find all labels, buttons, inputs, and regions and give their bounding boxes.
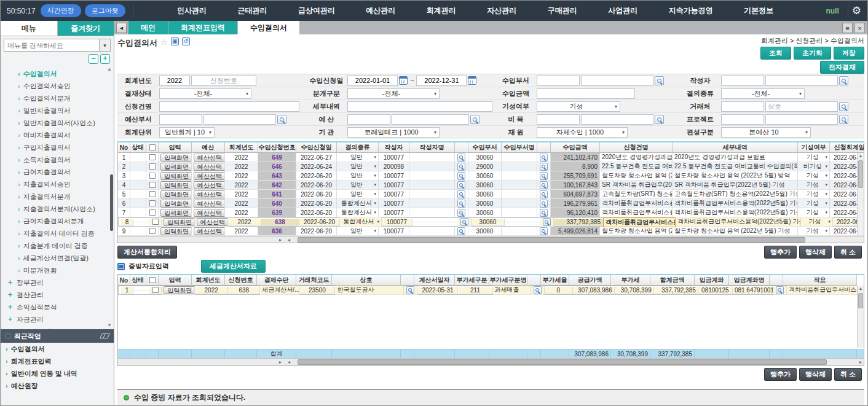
g1-row-checkbox[interactable] — [149, 191, 156, 197]
g1-cell-decision[interactable]: 일반▾ — [337, 181, 379, 190]
search-icon[interactable] — [277, 115, 286, 124]
search-icon[interactable] — [457, 181, 465, 189]
g1-cell-completion[interactable]: 기성▾ — [798, 171, 830, 181]
g1-row-1[interactable]: 1입력화면예산선택20226492022-06-27일반▾10007730060… — [118, 153, 864, 162]
search-icon[interactable] — [540, 163, 548, 171]
request-no-input[interactable] — [191, 76, 256, 86]
g1-cell-completion[interactable]: 기성▾ — [798, 181, 830, 190]
org-select[interactable]: 코레일테크 | 1000▾ — [347, 127, 440, 138]
date-from-input[interactable] — [347, 76, 398, 86]
expand-all-button[interactable]: + — [100, 54, 110, 64]
writer-name-input[interactable] — [765, 76, 838, 86]
search-icon[interactable] — [540, 172, 548, 180]
topnav-item[interactable]: 자산관리 — [487, 6, 516, 16]
g1-budget-button[interactable]: 예산선택 — [194, 172, 225, 180]
g1-cell-decision[interactable]: 일반▾ — [337, 190, 379, 199]
vertical-scrollbar[interactable]: ▲ — [857, 153, 864, 235]
g1-input-button[interactable]: 입력화면 — [160, 227, 192, 235]
tab-menu[interactable]: 메뉴 — [1, 21, 58, 36]
recent-item[interactable]: ›회계전표입력 — [1, 355, 114, 367]
search-icon[interactable] — [540, 209, 548, 217]
tab-favorites[interactable]: 즐겨찾기 — [58, 21, 114, 36]
vendor-name-input[interactable] — [765, 101, 838, 112]
sidebar-item[interactable]: ›미분개현황 — [1, 264, 114, 276]
horizontal-scrollbar[interactable]: ▸ ◂ — [118, 236, 864, 243]
search-icon[interactable] — [540, 200, 548, 208]
search-icon[interactable] — [655, 115, 664, 124]
topnav-item[interactable]: 급상여관리 — [298, 6, 335, 16]
sidebar-item[interactable]: ›급여지출결의서 — [1, 166, 114, 178]
date-to-input[interactable] — [416, 76, 467, 86]
g1-budget-button[interactable]: 예산선택 — [197, 218, 228, 226]
sidebar-item[interactable]: ›구입지출결의서 — [1, 141, 114, 154]
sidebar-scrollbar[interactable] — [110, 174, 113, 231]
search-icon[interactable] — [406, 286, 414, 294]
search-icon[interactable] — [457, 190, 465, 198]
topnav-item[interactable]: 지속가능경영 — [669, 6, 713, 16]
g1-row-checkbox[interactable] — [149, 228, 156, 234]
g1-cell-completion[interactable]: 기성▾ — [798, 153, 830, 162]
g1-cell-completion[interactable]: 기성▾ — [801, 217, 833, 227]
g1-row-checkbox[interactable] — [149, 182, 156, 188]
calendar-icon[interactable] — [399, 76, 408, 85]
delete-row-button[interactable]: 행삭제 — [799, 368, 832, 381]
g1-cell-completion[interactable]: 비기성▾ — [798, 162, 830, 171]
scroll-right-icon[interactable]: ▸ — [279, 359, 282, 365]
budget-name-input[interactable] — [392, 114, 469, 125]
g1-input-button[interactable]: 입력화면 — [160, 163, 192, 171]
g1-row-7[interactable]: 7입력화면예산선택20226392022-06-20통합계산서▾10007730… — [118, 208, 864, 217]
scroll-up-icon[interactable]: ▲ — [107, 66, 112, 72]
cancel-button[interactable]: 취 소 — [834, 246, 862, 259]
g1-cell-decision[interactable]: 일반▾ — [337, 153, 379, 162]
favorite-star-icon[interactable]: ☆ — [160, 37, 168, 47]
invoice-merge-button[interactable]: 계산서통합처리 — [117, 246, 177, 259]
sidebar-item[interactable]: ›급여지출결의서분개 — [1, 215, 114, 227]
add-row-button[interactable]: 행추가 — [764, 246, 797, 259]
scroll-down-icon[interactable]: ▼ — [107, 322, 112, 328]
search-icon[interactable] — [540, 227, 548, 235]
search-icon[interactable] — [457, 163, 465, 171]
g1-cell-decision[interactable]: 통합계산서▾ — [340, 217, 382, 227]
reset-button[interactable]: 초기화 — [794, 47, 831, 60]
collapse-all-button[interactable]: − — [89, 54, 98, 64]
budget-class-select[interactable]: 본예산 10▾ — [721, 127, 811, 138]
refresh-icon[interactable]: ↺ — [182, 37, 190, 45]
g1-input-button[interactable]: 입력화면 — [160, 209, 192, 217]
g1-cell-decision[interactable]: 일반▾ — [337, 227, 379, 236]
budget-dept-code-input[interactable] — [159, 114, 202, 125]
sidebar-item[interactable]: ›여비지출결의서 — [1, 129, 114, 141]
search-button[interactable]: 조회 — [760, 47, 791, 60]
sidebar-item[interactable]: ›지출결의서 데이터 검증 — [1, 227, 114, 240]
screen-icon[interactable]: ▣ — [171, 37, 179, 45]
logout-button[interactable]: 로그아웃 — [85, 4, 125, 17]
search-icon[interactable] — [839, 102, 848, 111]
g2-select-all-checkbox[interactable] — [149, 277, 156, 283]
tab-회계전표입력[interactable]: 회계전표입력 — [168, 21, 237, 34]
g1-row-checkbox[interactable] — [149, 200, 156, 206]
sidebar-item[interactable]: ›세금계산서연결(일괄) — [1, 252, 114, 264]
project-code-input[interactable] — [721, 114, 764, 125]
g1-cell-decision[interactable]: 통합계산서▾ — [337, 199, 379, 208]
search-icon[interactable] — [457, 200, 465, 208]
g1-cell-completion[interactable]: 기성▾ — [798, 190, 830, 199]
scroll-up-icon[interactable]: ▲ — [858, 286, 864, 292]
sidebar-group[interactable]: +결산관리 — [1, 289, 114, 301]
expense-item-name-input[interactable] — [581, 114, 653, 125]
g1-budget-button[interactable]: 예산선택 — [194, 163, 225, 171]
close-icon[interactable]: × — [854, 23, 865, 33]
eraser-icon[interactable] — [100, 334, 110, 338]
search-icon[interactable] — [839, 115, 848, 124]
g1-budget-button[interactable]: 예산선택 — [194, 200, 225, 208]
search-icon[interactable] — [540, 190, 548, 198]
fiscal-year-input[interactable] — [159, 76, 190, 86]
cancel-button[interactable]: 취 소 — [834, 368, 862, 381]
topnav-item[interactable]: 근태관리 — [237, 6, 267, 16]
search-icon[interactable] — [457, 227, 465, 235]
g1-row-checkbox[interactable] — [152, 219, 159, 225]
scroll-left-icon[interactable]: ◂ — [288, 236, 290, 243]
sidebar-item[interactable]: ›지출결의서분개 — [1, 190, 114, 203]
topnav-item[interactable]: 회계관리 — [427, 6, 456, 16]
tab-list-icon[interactable]: ≡ — [842, 23, 853, 33]
g1-row-3[interactable]: 3입력화면예산선택20226432022-06-20일반▾10007730060… — [118, 171, 864, 181]
g1-budget-button[interactable]: 예산선택 — [194, 181, 225, 189]
